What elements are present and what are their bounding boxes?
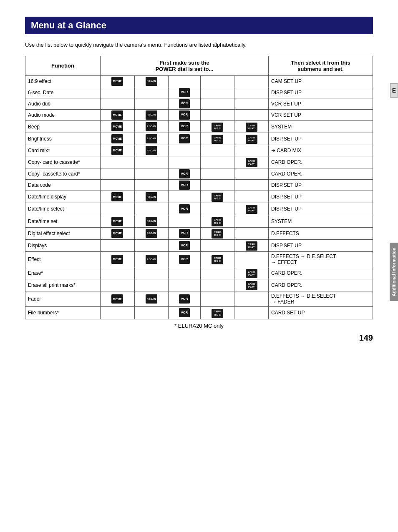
function-cell: Digital effect select xyxy=(25,227,101,239)
power-btn-cell-movie: MOVIE xyxy=(101,120,135,133)
power-btn-cell-movie xyxy=(101,98,135,109)
submenu-cell: DISP.SET UP xyxy=(269,87,373,98)
submenu-cell: DISP.SET UP xyxy=(269,191,373,203)
table-row: Date/time displayMOVIEP.SCANCARDR E CDIS… xyxy=(25,191,373,203)
btn-movie: MOVIE xyxy=(111,77,123,86)
table-row: File numbers*VCRCARDR E CCARD SET UP xyxy=(25,307,373,319)
power-btn-cell-cardrec xyxy=(200,291,234,307)
function-cell: Fader xyxy=(25,291,101,307)
power-btn-cell-movie: MOVIE xyxy=(101,252,135,267)
power-btn-cell-pscan: P.SCAN xyxy=(134,252,168,267)
main-table: Function First make sure the POWER dial … xyxy=(25,56,373,319)
power-btn-cell-cardrec: CARDR E C xyxy=(200,215,234,227)
power-btn-cell-cardplay xyxy=(234,168,269,180)
btn-vcr: VCR xyxy=(179,204,190,213)
power-btn-cell-pscan xyxy=(134,156,168,168)
btn-cardrec: CARDR E C xyxy=(212,135,223,144)
power-btn-cell-cardplay xyxy=(234,145,269,156)
submenu-cell: CARD OPER. xyxy=(269,168,373,180)
btn-pscan: P.SCAN xyxy=(146,294,157,304)
btn-pscan: P.SCAN xyxy=(146,192,157,201)
table-row: Erase all print marks*CARDPLAYCARD OPER. xyxy=(25,279,373,291)
submenu-cell: CARD SET UP xyxy=(269,307,373,319)
power-btn-cell-cardrec xyxy=(200,168,234,180)
btn-movie: MOVIE xyxy=(111,229,123,238)
power-btn-cell-pscan xyxy=(134,87,168,98)
btn-vcr: VCR xyxy=(179,308,190,317)
power-btn-cell-cardrec: CARDR E C xyxy=(200,120,234,133)
additional-info-label: Additional Information xyxy=(391,247,396,296)
btn-vcr: VCR xyxy=(179,99,190,108)
power-btn-cell-pscan: P.SCAN xyxy=(134,145,168,156)
power-btn-cell-cardplay: CARDPLAY xyxy=(234,267,269,279)
btn-cardplay: CARDPLAY xyxy=(246,241,257,251)
btn-vcr: VCR xyxy=(179,294,190,304)
power-btn-cell-pscan: P.SCAN xyxy=(134,109,168,120)
submenu-cell: CARD OPER. xyxy=(269,156,373,168)
power-btn-cell-cardplay xyxy=(234,307,269,319)
btn-pscan: P.SCAN xyxy=(146,229,157,238)
power-btn-cell-cardplay: CARDPLAY xyxy=(234,239,269,251)
table-row: Date/time setMOVIEP.SCANCARDR E CSYSTEM xyxy=(25,215,373,227)
btn-movie: MOVIE xyxy=(111,192,123,201)
btn-pscan: P.SCAN xyxy=(146,122,157,131)
power-btn-cell-movie xyxy=(101,168,135,180)
power-btn-cell-vcr xyxy=(168,279,200,291)
power-btn-cell-pscan: P.SCAN xyxy=(134,120,168,133)
power-btn-cell-cardrec: CARDR E C xyxy=(200,252,234,267)
page-container: E Additional Information Menu at a Glanc… xyxy=(0,0,398,359)
power-btn-cell-vcr: VCR xyxy=(168,203,200,215)
power-btn-cell-vcr: VCR xyxy=(168,87,200,98)
btn-pscan: P.SCAN xyxy=(146,146,157,155)
submenu-cell: VCR SET UP xyxy=(269,109,373,120)
power-btn-cell-cardrec: CARDR E C xyxy=(200,307,234,319)
function-cell: Date/time set xyxy=(25,215,101,227)
btn-cardplay: CARDPLAY xyxy=(246,281,257,290)
power-btn-cell-movie xyxy=(101,180,135,191)
power-btn-cell-movie: MOVIE xyxy=(101,145,135,156)
submenu-cell: DISP.SET UP xyxy=(269,180,373,191)
btn-vcr: VCR xyxy=(179,134,190,143)
power-btn-cell-vcr xyxy=(168,215,200,227)
btn-cardrec: CARDR E C xyxy=(212,123,223,132)
function-cell: Date/time display xyxy=(25,191,101,203)
table-row: Card mix*MOVIEP.SCAN➜ CARD MIX xyxy=(25,145,373,156)
btn-vcr: VCR xyxy=(179,88,190,97)
power-btn-cell-movie xyxy=(101,87,135,98)
btn-movie: MOVIE xyxy=(111,122,123,131)
table-row: 16:9 effectMOVIEP.SCANCAM.SET UP xyxy=(25,75,373,87)
function-cell: Beep xyxy=(25,120,101,133)
power-btn-cell-pscan: P.SCAN xyxy=(134,215,168,227)
power-btn-cell-movie xyxy=(101,239,135,251)
power-btn-cell-cardplay: CARDPLAY xyxy=(234,133,269,145)
btn-movie: MOVIE xyxy=(111,217,123,226)
power-btn-cell-movie: MOVIE xyxy=(101,109,135,120)
col-power-header: First make sure the POWER dial is set to… xyxy=(101,56,269,75)
table-row: DisplaysVCRCARDPLAYDISP.SET UP xyxy=(25,239,373,251)
power-btn-cell-movie: MOVIE xyxy=(101,291,135,307)
power-btn-cell-cardplay xyxy=(234,215,269,227)
power-btn-cell-pscan xyxy=(134,203,168,215)
power-btn-cell-cardplay xyxy=(234,180,269,191)
btn-vcr: VCR xyxy=(179,169,190,178)
power-btn-cell-movie xyxy=(101,307,135,319)
btn-cardrec: CARDR E C xyxy=(212,309,223,318)
power-btn-cell-pscan: P.SCAN xyxy=(134,291,168,307)
power-btn-cell-movie: MOVIE xyxy=(101,215,135,227)
power-btn-cell-cardrec xyxy=(200,267,234,279)
btn-movie: MOVIE xyxy=(111,294,123,304)
btn-pscan: P.SCAN xyxy=(146,110,157,120)
submenu-cell: VCR SET UP xyxy=(269,98,373,109)
power-btn-cell-movie: MOVIE xyxy=(101,227,135,239)
table-row: Copy- cassette to card*VCRCARD OPER. xyxy=(25,168,373,180)
power-btn-cell-cardrec xyxy=(200,203,234,215)
power-btn-cell-vcr: VCR xyxy=(168,98,200,109)
power-btn-cell-pscan xyxy=(134,239,168,251)
power-btn-cell-cardrec: CARDR E C xyxy=(200,133,234,145)
power-btn-cell-pscan xyxy=(134,98,168,109)
power-btn-cell-vcr: VCR xyxy=(168,109,200,120)
function-cell: Audio dub xyxy=(25,98,101,109)
submenu-cell: D.EFFECTS → D.E.SELECT→ FADER xyxy=(269,291,373,307)
table-row: Copy- card to cassette*CARDPLAYCARD OPER… xyxy=(25,156,373,168)
power-btn-cell-movie xyxy=(101,156,135,168)
